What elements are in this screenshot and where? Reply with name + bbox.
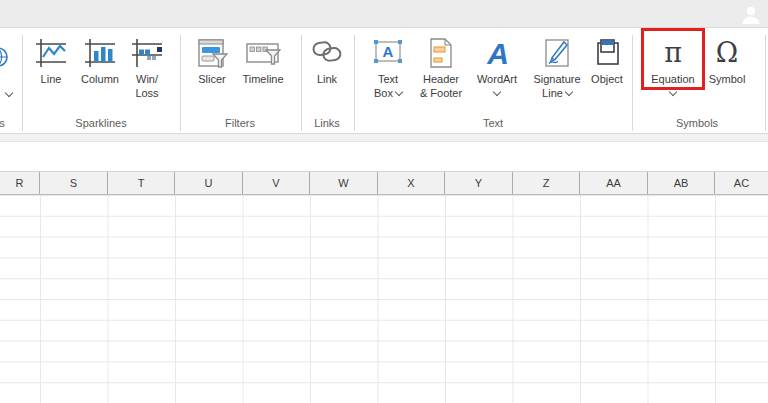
link-icon (311, 38, 343, 68)
winloss-sparkline-icon (130, 38, 164, 68)
equation-button[interactable]: π Equation (647, 38, 699, 95)
column-header[interactable]: AC (715, 172, 768, 194)
group-label-symbols: Symbols (647, 117, 747, 130)
signature-line-button[interactable]: Signature Line (528, 38, 586, 100)
ribbon-bottom-strip (0, 133, 768, 142)
wordart-icon: A (480, 38, 514, 68)
chevron-down-icon (565, 88, 573, 96)
button-label: Column (81, 72, 119, 86)
timeline-button[interactable]: Timeline (235, 38, 291, 86)
column-header[interactable]: Y (445, 172, 513, 194)
line-sparkline-button[interactable]: Line (26, 38, 76, 86)
column-header[interactable]: X (378, 172, 445, 194)
column-header[interactable]: R (0, 172, 40, 194)
header-footer-icon (425, 38, 457, 68)
sheet-grid[interactable] (0, 195, 768, 403)
wordart-button[interactable]: A WordArt (470, 38, 524, 95)
text-box-icon: A (371, 38, 405, 68)
column-header-row: R S T U V W X Y Z AA AB AC (0, 171, 768, 195)
symbol-button[interactable]: Ω Symbol (701, 38, 753, 86)
slicer-icon (195, 38, 229, 68)
slicer-button[interactable]: Slicer (186, 38, 238, 86)
button-label: Text (378, 72, 398, 86)
group-divider (765, 35, 766, 131)
timeline-icon (245, 38, 281, 68)
column-header[interactable]: U (175, 172, 243, 194)
column-header[interactable]: S (40, 172, 108, 194)
column-header[interactable]: V (243, 172, 310, 194)
button-label: Timeline (242, 72, 283, 86)
chevron-down-icon (395, 88, 403, 96)
account-icon[interactable] (740, 3, 762, 25)
button-label: Symbol (709, 72, 746, 86)
globe-icon (0, 46, 9, 68)
line-sparkline-icon (34, 38, 68, 68)
button-label: Loss (135, 86, 158, 100)
chevron-down-icon[interactable] (5, 89, 13, 97)
group-label-filters: Filters (190, 117, 290, 130)
symbol-omega-icon: Ω (716, 38, 738, 68)
button-label: & Footer (420, 86, 462, 100)
winloss-sparkline-button[interactable]: Win/ Loss (120, 38, 174, 100)
group-divider (180, 35, 181, 131)
button-label: Box (374, 86, 393, 100)
column-sparkline-icon (83, 38, 117, 68)
button-label: Line (41, 72, 62, 86)
object-icon (591, 38, 623, 68)
button-label: Equation (651, 72, 694, 86)
titlebar (0, 0, 768, 28)
group-label-links: Links (297, 117, 357, 130)
header-footer-button[interactable]: Header & Footer (413, 38, 469, 100)
button-label: Line (542, 86, 563, 100)
button-label: WordArt (477, 72, 517, 86)
column-header[interactable]: AA (580, 172, 648, 194)
column-header[interactable]: W (310, 172, 378, 194)
group-label-text: Text (443, 117, 543, 130)
chevron-down-icon (493, 88, 501, 96)
formula-bar-area (0, 142, 768, 171)
button-label: Win/ (136, 72, 158, 86)
button-label: Link (317, 72, 337, 86)
column-header[interactable]: AB (648, 172, 715, 194)
signature-line-icon (541, 38, 573, 68)
equation-pi-icon: π (664, 38, 682, 68)
clipped-group-label: s (0, 117, 7, 130)
svg-text:A: A (486, 38, 509, 68)
group-divider (22, 35, 23, 131)
text-box-button[interactable]: A Text Box (362, 38, 414, 100)
excel-window: s Line Column (0, 0, 768, 403)
object-button[interactable]: Object (581, 38, 633, 86)
ribbon: s Line Column (0, 28, 768, 133)
svg-text:A: A (383, 43, 394, 60)
button-label: Header (423, 72, 459, 86)
group-label-sparklines: Sparklines (41, 117, 161, 130)
button-label: Object (591, 72, 623, 86)
chevron-down-icon (669, 88, 677, 96)
link-button[interactable]: Link (303, 38, 351, 86)
column-header[interactable]: T (108, 172, 175, 194)
button-label: Slicer (198, 72, 226, 86)
button-label: Signature (533, 72, 580, 86)
column-header[interactable]: Z (513, 172, 580, 194)
